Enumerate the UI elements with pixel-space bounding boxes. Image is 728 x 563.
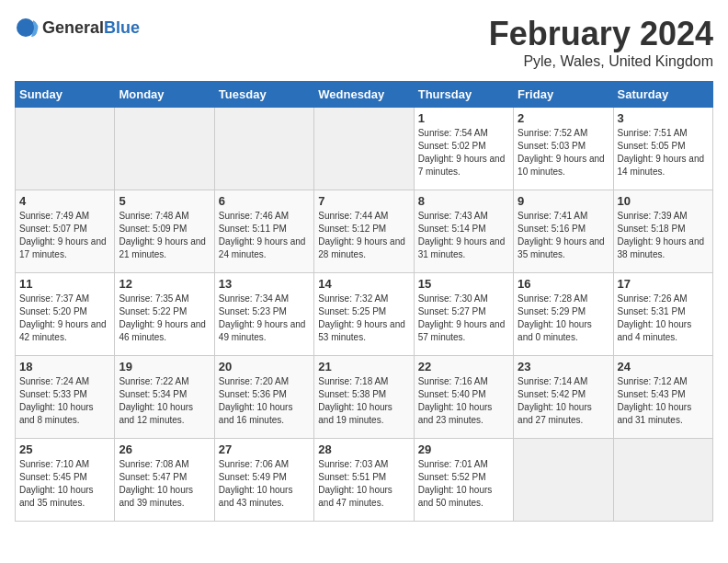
calendar-cell: 18Sunrise: 7:24 AMSunset: 5:33 PMDayligh… — [16, 356, 115, 439]
day-info: Sunrise: 7:41 AMSunset: 5:16 PMDaylight:… — [518, 210, 609, 261]
calendar-cell: 20Sunrise: 7:20 AMSunset: 5:36 PMDayligh… — [214, 356, 313, 439]
calendar-week-row: 25Sunrise: 7:10 AMSunset: 5:45 PMDayligh… — [16, 439, 713, 522]
calendar-cell: 2Sunrise: 7:52 AMSunset: 5:03 PMDaylight… — [514, 108, 613, 190]
day-info: Sunrise: 7:37 AMSunset: 5:20 PMDaylight:… — [19, 293, 110, 344]
calendar-cell — [613, 439, 712, 522]
weekday-header-wednesday: Wednesday — [314, 82, 414, 108]
day-number: 21 — [318, 360, 409, 373]
day-number: 3 — [618, 111, 709, 125]
day-info: Sunrise: 7:12 AMSunset: 5:43 PMDaylight:… — [618, 375, 709, 427]
day-info: Sunrise: 7:54 AMSunset: 5:02 PMDaylight:… — [418, 127, 509, 178]
day-number: 10 — [618, 194, 709, 208]
day-number: 4 — [19, 194, 110, 208]
day-number: 26 — [119, 442, 210, 456]
day-info: Sunrise: 7:46 AMSunset: 5:11 PMDaylight:… — [219, 210, 310, 261]
calendar-cell — [214, 108, 313, 190]
day-info: Sunrise: 7:32 AMSunset: 5:25 PMDaylight:… — [318, 293, 409, 344]
calendar-cell: 23Sunrise: 7:14 AMSunset: 5:42 PMDayligh… — [514, 356, 613, 439]
day-number: 24 — [618, 360, 709, 373]
day-info: Sunrise: 7:20 AMSunset: 5:36 PMDaylight:… — [219, 375, 310, 427]
calendar-cell: 16Sunrise: 7:28 AMSunset: 5:29 PMDayligh… — [514, 273, 613, 356]
calendar-cell: 6Sunrise: 7:46 AMSunset: 5:11 PMDaylight… — [214, 190, 313, 273]
day-number: 22 — [418, 360, 509, 373]
day-info: Sunrise: 7:49 AMSunset: 5:07 PMDaylight:… — [19, 210, 110, 261]
calendar-cell — [314, 108, 414, 190]
day-info: Sunrise: 7:35 AMSunset: 5:22 PMDaylight:… — [119, 293, 210, 344]
day-number: 7 — [318, 194, 409, 208]
day-number: 19 — [119, 360, 210, 373]
day-info: Sunrise: 7:08 AMSunset: 5:47 PMDaylight:… — [119, 458, 210, 510]
day-info: Sunrise: 7:44 AMSunset: 5:12 PMDaylight:… — [318, 210, 409, 261]
day-info: Sunrise: 7:03 AMSunset: 5:51 PMDaylight:… — [318, 458, 409, 510]
weekday-header-friday: Friday — [514, 82, 613, 108]
weekday-header-sunday: Sunday — [16, 82, 115, 108]
location-title: Pyle, Wales, United Kingdom — [489, 53, 713, 70]
logo-general-text: General — [42, 18, 104, 37]
day-number: 9 — [518, 194, 609, 208]
weekday-header-saturday: Saturday — [613, 82, 712, 108]
calendar-cell: 27Sunrise: 7:06 AMSunset: 5:49 PMDayligh… — [214, 439, 313, 522]
day-info: Sunrise: 7:48 AMSunset: 5:09 PMDaylight:… — [119, 210, 210, 261]
calendar-cell: 1Sunrise: 7:54 AMSunset: 5:02 PMDaylight… — [414, 108, 513, 190]
day-info: Sunrise: 7:10 AMSunset: 5:45 PMDaylight:… — [19, 458, 110, 510]
month-title: February 2024 — [489, 15, 713, 53]
calendar-cell: 28Sunrise: 7:03 AMSunset: 5:51 PMDayligh… — [314, 439, 414, 522]
day-number: 12 — [119, 277, 210, 291]
day-number: 16 — [518, 277, 609, 291]
calendar-week-row: 18Sunrise: 7:24 AMSunset: 5:33 PMDayligh… — [16, 356, 713, 439]
calendar-cell: 26Sunrise: 7:08 AMSunset: 5:47 PMDayligh… — [115, 439, 214, 522]
day-info: Sunrise: 7:18 AMSunset: 5:38 PMDaylight:… — [318, 375, 409, 427]
day-info: Sunrise: 7:22 AMSunset: 5:34 PMDaylight:… — [119, 375, 210, 427]
calendar-cell: 10Sunrise: 7:39 AMSunset: 5:18 PMDayligh… — [613, 190, 712, 273]
day-info: Sunrise: 7:16 AMSunset: 5:40 PMDaylight:… — [418, 375, 509, 427]
calendar-cell: 7Sunrise: 7:44 AMSunset: 5:12 PMDaylight… — [314, 190, 414, 273]
calendar-cell: 17Sunrise: 7:26 AMSunset: 5:31 PMDayligh… — [613, 273, 712, 356]
day-number: 14 — [318, 277, 409, 291]
title-block: February 2024 Pyle, Wales, United Kingdo… — [489, 15, 713, 70]
calendar-week-row: 1Sunrise: 7:54 AMSunset: 5:02 PMDaylight… — [16, 108, 713, 190]
calendar-cell: 9Sunrise: 7:41 AMSunset: 5:16 PMDaylight… — [514, 190, 613, 273]
day-number: 8 — [418, 194, 509, 208]
calendar-cell — [115, 108, 214, 190]
day-number: 25 — [19, 442, 110, 456]
page-header: GeneralBlue February 2024 Pyle, Wales, U… — [15, 15, 713, 70]
calendar-cell: 12Sunrise: 7:35 AMSunset: 5:22 PMDayligh… — [115, 273, 214, 356]
day-info: Sunrise: 7:26 AMSunset: 5:31 PMDaylight:… — [618, 293, 709, 344]
day-info: Sunrise: 7:01 AMSunset: 5:52 PMDaylight:… — [418, 458, 509, 510]
calendar-cell: 15Sunrise: 7:30 AMSunset: 5:27 PMDayligh… — [414, 273, 513, 356]
calendar-cell: 14Sunrise: 7:32 AMSunset: 5:25 PMDayligh… — [314, 273, 414, 356]
day-info: Sunrise: 7:34 AMSunset: 5:23 PMDaylight:… — [219, 293, 310, 344]
calendar-cell: 5Sunrise: 7:48 AMSunset: 5:09 PMDaylight… — [115, 190, 214, 273]
calendar-cell: 24Sunrise: 7:12 AMSunset: 5:43 PMDayligh… — [613, 356, 712, 439]
day-info: Sunrise: 7:51 AMSunset: 5:05 PMDaylight:… — [618, 127, 709, 178]
day-info: Sunrise: 7:14 AMSunset: 5:42 PMDaylight:… — [518, 375, 609, 427]
day-number: 2 — [518, 111, 609, 125]
logo: GeneralBlue — [15, 15, 140, 40]
calendar-cell: 4Sunrise: 7:49 AMSunset: 5:07 PMDaylight… — [16, 190, 115, 273]
calendar-cell: 11Sunrise: 7:37 AMSunset: 5:20 PMDayligh… — [16, 273, 115, 356]
day-info: Sunrise: 7:43 AMSunset: 5:14 PMDaylight:… — [418, 210, 509, 261]
day-number: 23 — [518, 360, 609, 373]
day-info: Sunrise: 7:30 AMSunset: 5:27 PMDaylight:… — [418, 293, 509, 344]
logo-blue-text: Blue — [104, 18, 140, 37]
calendar-cell: 25Sunrise: 7:10 AMSunset: 5:45 PMDayligh… — [16, 439, 115, 522]
weekday-header-thursday: Thursday — [414, 82, 513, 108]
logo-icon — [15, 15, 40, 40]
day-number: 17 — [618, 277, 709, 291]
calendar-cell: 3Sunrise: 7:51 AMSunset: 5:05 PMDaylight… — [613, 108, 712, 190]
calendar-cell: 8Sunrise: 7:43 AMSunset: 5:14 PMDaylight… — [414, 190, 513, 273]
day-number: 5 — [119, 194, 210, 208]
day-number: 28 — [318, 442, 409, 456]
day-number: 11 — [19, 277, 110, 291]
day-number: 27 — [219, 442, 310, 456]
calendar-cell: 21Sunrise: 7:18 AMSunset: 5:38 PMDayligh… — [314, 356, 414, 439]
weekday-header-tuesday: Tuesday — [214, 82, 313, 108]
calendar-cell: 19Sunrise: 7:22 AMSunset: 5:34 PMDayligh… — [115, 356, 214, 439]
calendar-cell — [514, 439, 613, 522]
day-info: Sunrise: 7:06 AMSunset: 5:49 PMDaylight:… — [219, 458, 310, 510]
day-number: 29 — [418, 442, 509, 456]
calendar-cell: 13Sunrise: 7:34 AMSunset: 5:23 PMDayligh… — [214, 273, 313, 356]
weekday-header-row: SundayMondayTuesdayWednesdayThursdayFrid… — [16, 82, 713, 108]
calendar-cell: 22Sunrise: 7:16 AMSunset: 5:40 PMDayligh… — [414, 356, 513, 439]
day-info: Sunrise: 7:28 AMSunset: 5:29 PMDaylight:… — [518, 293, 609, 344]
